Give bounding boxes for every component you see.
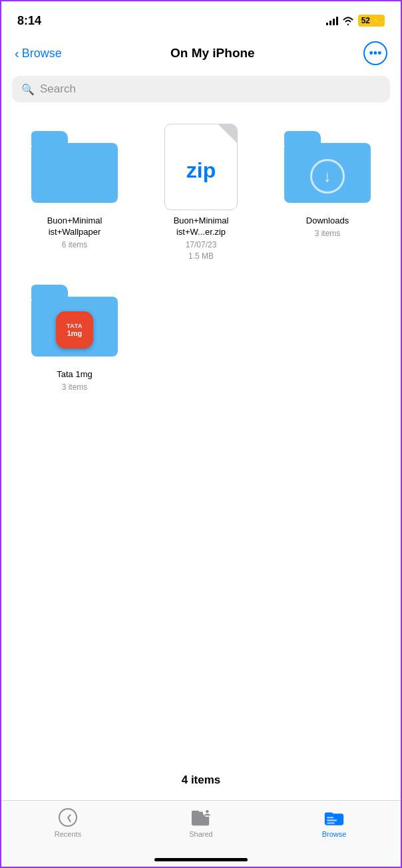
search-placeholder: Search	[40, 82, 76, 96]
svg-rect-7	[327, 819, 337, 821]
status-bar: 8:14 52 ⚡	[1, 1, 401, 36]
svg-point-3	[206, 810, 209, 813]
folder-tata-item[interactable]: TATA 1mg Tata 1mg 3 items	[15, 277, 134, 393]
tab-recents-label: Recents	[55, 830, 81, 838]
folder-wallpaper-icon	[28, 124, 121, 210]
folder-downloads-item[interactable]: ↓ Downloads 3 items	[268, 124, 387, 261]
tab-bar: Recents Shared	[1, 800, 401, 867]
folder-wallpaper-name: Buon+Minimalist+Wallpaper	[47, 216, 102, 238]
search-icon: 🔍	[21, 83, 35, 96]
browse-back-button[interactable]: ‹ Browse	[15, 47, 62, 61]
shared-icon	[191, 807, 211, 827]
svg-rect-5	[325, 813, 333, 817]
home-indicator	[154, 858, 248, 861]
svg-rect-8	[327, 823, 335, 824]
tab-shared[interactable]: Shared	[134, 807, 268, 838]
recents-icon	[58, 807, 78, 827]
folder-downloads-icon: ↓	[281, 124, 374, 210]
nav-bar: ‹ Browse On My iPhone •••	[1, 36, 401, 71]
zip-file-item[interactable]: zip Buon+Minimalist+W...er.zip 17/07/231…	[141, 124, 261, 261]
folder-downloads-name: Downloads	[306, 216, 349, 227]
more-options-button[interactable]: •••	[363, 41, 387, 65]
tab-recents[interactable]: Recents	[1, 807, 134, 838]
tab-shared-label: Shared	[189, 830, 212, 838]
search-container: 🔍 Search	[1, 71, 401, 113]
search-bar[interactable]: 🔍 Search	[12, 76, 390, 102]
tata-app-badge: TATA 1mg	[56, 311, 93, 349]
chevron-left-icon: ‹	[15, 47, 19, 60]
zip-file-name: Buon+Minimalist+W...er.zip	[174, 216, 229, 238]
download-arrow-icon: ↓	[310, 159, 345, 194]
items-count: 4 items	[1, 774, 401, 787]
file-grid: Buon+Minimalist+Wallpaper 6 items zip Bu…	[1, 113, 401, 406]
svg-rect-6	[327, 817, 333, 818]
ellipsis-icon: •••	[369, 47, 382, 61]
folder-wallpaper-item[interactable]: Buon+Minimalist+Wallpaper 6 items	[15, 124, 134, 261]
tab-browse-label: Browse	[322, 830, 347, 838]
folder-wallpaper-meta: 6 items	[62, 239, 88, 251]
tab-browse[interactable]: Browse	[268, 807, 401, 838]
folder-tata-meta: 3 items	[62, 382, 88, 393]
svg-rect-1	[192, 811, 199, 815]
browse-icon	[324, 807, 344, 827]
zip-file-meta: 17/07/231.5 MB	[186, 239, 217, 262]
signal-icon	[326, 16, 338, 25]
page-title: On My iPhone	[170, 46, 255, 61]
zip-file-icon: zip	[154, 124, 248, 210]
battery-badge: 52 ⚡	[358, 15, 385, 27]
folder-downloads-meta: 3 items	[315, 228, 341, 239]
status-icons: 52 ⚡	[326, 15, 385, 27]
wifi-icon	[342, 16, 354, 25]
folder-tata-icon: TATA 1mg	[28, 277, 121, 364]
back-label: Browse	[22, 47, 62, 61]
folder-tata-name: Tata 1mg	[57, 369, 92, 380]
status-time: 8:14	[17, 14, 41, 28]
